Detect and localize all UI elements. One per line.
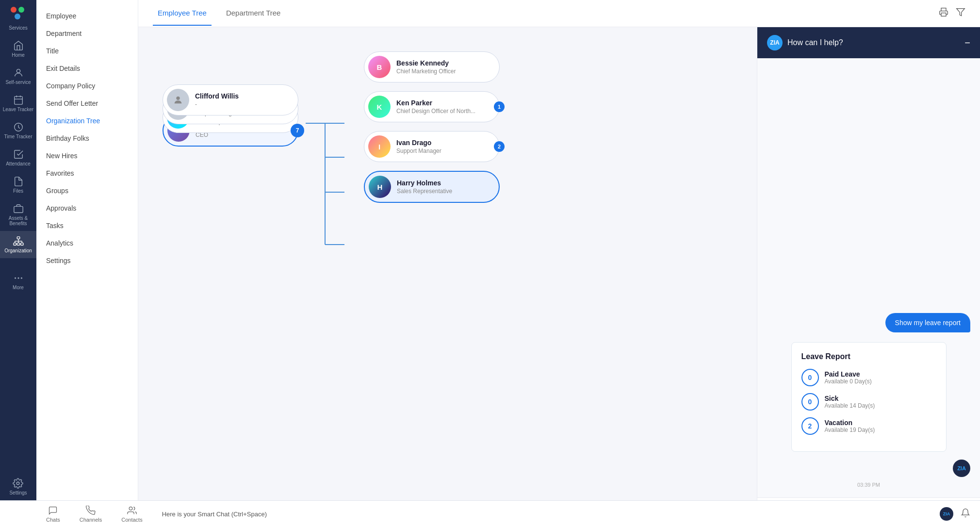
main-content: Employee Tree Department Tree [138, 0, 980, 527]
avatar-ken-parker: K [368, 96, 391, 118]
nav-item-organization-tree[interactable]: Organization Tree [36, 112, 138, 130]
nav-item-tasks[interactable]: Tasks [36, 217, 138, 234]
nav-item-exit-details[interactable]: Exit Details [36, 60, 138, 77]
paid-leave-details: Paid Leave Available 0 Day(s) [825, 370, 872, 385]
tab-employee-tree[interactable]: Employee Tree [153, 1, 212, 26]
zia-bottom-icon[interactable]: ZIA [940, 507, 953, 521]
nav-item-title[interactable]: Title [36, 42, 138, 60]
node-harry-holmes[interactable]: H Harry Holmes Sales Representative [364, 171, 500, 203]
node-badge-david: 7 [291, 124, 304, 137]
node-role-harry: Sales Representative [397, 188, 452, 195]
bottom-tab-contacts[interactable]: Contacts [112, 503, 152, 525]
filter-button[interactable] [956, 7, 965, 19]
svg-marker-27 [957, 9, 965, 16]
node-info-bessie: Bessie Kennedy Chief Marketing Officer [396, 59, 456, 75]
node-badge-ivan: 2 [494, 141, 505, 152]
svg-rect-10 [17, 237, 20, 239]
files-label: Files [13, 188, 23, 194]
svg-rect-12 [17, 243, 20, 246]
node-name-bessie: Bessie Kennedy [396, 59, 456, 67]
paid-leave-type: Paid Leave [825, 370, 872, 378]
nav-item-approvals[interactable]: Approvals [36, 199, 138, 217]
chat-header: ZIA How can I help? − [757, 27, 980, 58]
node-bessie-kennedy[interactable]: B Bessie Kennedy Chief Marketing Officer [364, 51, 500, 82]
chat-panel: ZIA How can I help? − Show my leave repo… [757, 27, 980, 527]
svg-point-2 [15, 14, 20, 19]
leave-report-title: Leave Report [801, 352, 936, 361]
avatar-bessie-kennedy: B [368, 56, 391, 78]
node-info-ken: Ken Parker Chief Design Officer of North… [396, 99, 475, 115]
node-info-ivan: Ivan Drago Support Manager [396, 139, 441, 154]
notification-icon[interactable] [961, 508, 970, 520]
nav-item-new-hires[interactable]: New Hires [36, 147, 138, 165]
nav-item-department[interactable]: Department [36, 25, 138, 42]
node-ivan-drago[interactable]: I Ivan Drago Support Manager 2 [364, 131, 500, 162]
nav-item-settings[interactable]: Settings [36, 252, 138, 269]
leave-item-sick: 0 Sick Available 14 Day(s) [801, 393, 936, 411]
app-name-label: Services [9, 25, 27, 31]
sidebar-item-self-service[interactable]: Self-service [0, 63, 36, 90]
chat-header-left: ZIA How can I help? [767, 35, 843, 50]
app-logo: Services [9, 5, 27, 31]
node-role-ivan: Support Manager [396, 148, 441, 154]
chat-title: How can I help? [787, 38, 843, 47]
app-bottom-bar: Chats Channels Contacts Here is your Sma… [0, 500, 980, 527]
sick-leave-type: Sick [825, 395, 875, 402]
leave-item-vacation: 2 Vacation Available 19 Day(s) [801, 417, 936, 435]
node-ken-parker[interactable]: K Ken Parker Chief Design Officer of Nor… [364, 91, 500, 122]
bottom-right-icons: ZIA [940, 507, 980, 521]
sidebar-item-home[interactable]: Home [0, 35, 36, 63]
show-leave-report-button[interactable]: Show my leave report [885, 313, 970, 332]
chat-spacer [767, 68, 970, 313]
leave-report-card: Leave Report 0 Paid Leave Available 0 Da… [791, 342, 947, 452]
svg-point-20 [21, 278, 22, 279]
sidebar-item-organization[interactable]: Organization [0, 231, 36, 258]
more-label: More [13, 285, 24, 290]
chat-messages-area: Show my leave report Leave Report 0 Paid… [757, 58, 980, 497]
sidebar-item-leave-tracker[interactable]: Leave Tracker [0, 90, 36, 117]
nav-item-groups[interactable]: Groups [36, 182, 138, 199]
node-badge-ken: 1 [494, 101, 505, 112]
nav-item-birthday-folks[interactable]: Birthday Folks [36, 130, 138, 147]
node-role-ken: Chief Design Officer of North... [396, 108, 475, 115]
print-button[interactable] [939, 7, 948, 19]
sidebar-item-time-tracker[interactable]: Time Tracker [0, 117, 36, 144]
home-label: Home [12, 52, 25, 58]
nav-item-send-offer-letter[interactable]: Send Offer Letter [36, 95, 138, 112]
svg-point-19 [18, 278, 19, 279]
svg-rect-26 [941, 13, 946, 16]
bottom-tab-channels[interactable]: Channels [70, 503, 112, 525]
chat-timestamp: 03:39 PM [767, 482, 970, 488]
tab-department-tree[interactable]: Department Tree [221, 1, 286, 26]
sidebar-item-attendance[interactable]: Attendance [0, 144, 36, 171]
left-sidebar: Services Home Self-service Leave Tracker… [0, 0, 36, 527]
node-role-clifford: - [195, 101, 239, 108]
nav-item-employee[interactable]: Employee [36, 7, 138, 25]
svg-point-0 [11, 7, 16, 13]
sick-leave-details: Sick Available 14 Day(s) [825, 395, 875, 409]
sick-leave-avail: Available 14 Day(s) [825, 402, 875, 409]
chat-close-button[interactable]: − [964, 37, 970, 49]
node-clifford-willis[interactable]: Clifford Willis - [163, 84, 298, 115]
sidebar-item-settings[interactable]: Settings [7, 473, 29, 500]
svg-point-1 [18, 7, 24, 13]
nav-item-analytics[interactable]: Analytics [36, 234, 138, 252]
node-info-clifford: Clifford Willis - [195, 92, 239, 108]
vacation-leave-avail: Available 19 Day(s) [825, 427, 875, 433]
bottom-tab-chats[interactable]: Chats [36, 503, 70, 525]
node-name-harry: Harry Holmes [397, 179, 452, 187]
toolbar-icons [939, 7, 965, 19]
node-name-clifford: Clifford Willis [195, 92, 239, 100]
nav-item-company-policy[interactable]: Company Policy [36, 77, 138, 95]
tree-layout: D David Ingus CEO 7 P [163, 51, 505, 254]
top-tabs-bar: Employee Tree Department Tree [138, 0, 980, 27]
sidebar-item-files[interactable]: Files [0, 171, 36, 198]
nav-item-favorites[interactable]: Favorites [36, 165, 138, 182]
right-column: B Bessie Kennedy Chief Marketing Officer… [364, 51, 505, 203]
settings-label: Settings [9, 490, 27, 495]
sidebar-item-more[interactable]: More [0, 268, 36, 295]
self-service-label: Self-service [5, 80, 31, 85]
node-info-harry: Harry Holmes Sales Representative [397, 179, 452, 195]
sidebar-item-assets[interactable]: Assets & Benefits [0, 198, 36, 231]
node-name-ivan: Ivan Drago [396, 139, 441, 147]
